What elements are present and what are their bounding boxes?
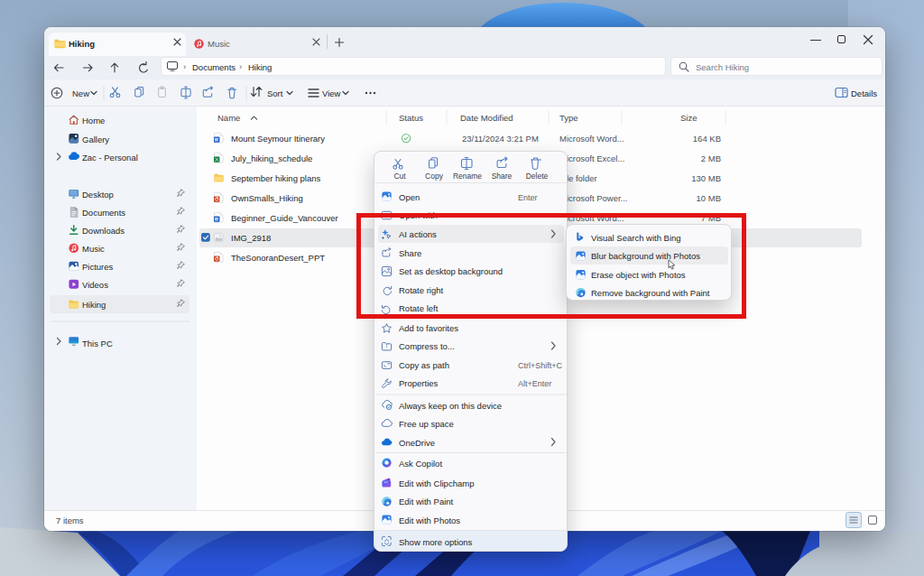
svg-text:Status: Status (399, 113, 423, 123)
svg-text:Pictures: Pictures (82, 262, 114, 272)
svg-text:This PC: This PC (82, 339, 113, 348)
svg-text:September hiking plans: September hiking plans (231, 173, 321, 183)
svg-text:View: View (322, 88, 341, 98)
svg-text:Beginner_Guide_Vancouver: Beginner_Guide_Vancouver (231, 213, 338, 223)
svg-text:Details: Details (851, 88, 877, 98)
svg-text:Edit with Photos: Edit with Photos (399, 516, 460, 525)
svg-text:Documents: Documents (82, 208, 125, 218)
svg-text:Downloads: Downloads (82, 226, 125, 236)
svg-text:Alt+Enter: Alt+Enter (518, 379, 551, 388)
svg-text:Ask Copilot: Ask Copilot (399, 459, 442, 469)
svg-text:Home: Home (82, 116, 105, 125)
svg-text:Type: Type (559, 113, 578, 123)
svg-text:Share: Share (492, 172, 513, 181)
svg-text:Edit with Clipchamp: Edit with Clipchamp (399, 478, 474, 488)
svg-text:Free up space: Free up space (399, 419, 454, 429)
svg-text:2 MB: 2 MB (701, 153, 721, 163)
svg-text:Mount Seymour Itinerary: Mount Seymour Itinerary (231, 134, 325, 144)
svg-text:Compress to...: Compress to... (399, 341, 455, 351)
svg-text:OneDrive: OneDrive (399, 438, 435, 448)
svg-text:Microsoft Power...: Microsoft Power... (559, 193, 628, 203)
svg-text:Show more options: Show more options (399, 537, 473, 547)
svg-text:Videos: Videos (82, 280, 108, 290)
svg-text:Date Modified: Date Modified (460, 113, 513, 123)
svg-text:Size: Size (680, 113, 697, 123)
svg-text:Delete: Delete (526, 172, 549, 181)
svg-text:Name: Name (217, 113, 240, 123)
svg-text:Cut: Cut (393, 172, 406, 181)
svg-text:Hiking: Hiking (82, 300, 106, 310)
svg-text:TheSonoranDesert_PPT: TheSonoranDesert_PPT (231, 253, 325, 263)
svg-text:Add to favorites: Add to favorites (399, 323, 458, 333)
svg-text:OwnSmalls_Hiking: OwnSmalls_Hiking (231, 193, 303, 203)
svg-text:164 KB: 164 KB (693, 134, 721, 144)
svg-text:Microsoft Excel...: Microsoft Excel... (559, 153, 624, 163)
svg-text:Edit with Paint: Edit with Paint (399, 497, 454, 506)
svg-text:Sort: Sort (267, 88, 283, 98)
svg-text:Properties: Properties (399, 378, 439, 388)
svg-text:Rename: Rename (453, 172, 482, 181)
svg-text:Microsoft Word...: Microsoft Word... (559, 134, 624, 144)
svg-text:Desktop: Desktop (82, 190, 114, 200)
svg-text:Gallery: Gallery (82, 135, 109, 144)
svg-text:23/11/2024 3:21 PM: 23/11/2024 3:21 PM (462, 134, 539, 144)
svg-text:New: New (72, 88, 89, 98)
svg-text:Open: Open (399, 192, 420, 202)
svg-text:IMG_2918: IMG_2918 (231, 233, 271, 243)
svg-text:130 MB: 130 MB (691, 173, 721, 183)
svg-text:Always keep on this device: Always keep on this device (399, 401, 502, 411)
svg-text:Ctrl+Shift+C: Ctrl+Shift+C (518, 361, 563, 370)
svg-text:Copy: Copy (425, 172, 444, 181)
svg-text:July_hiking_schedule: July_hiking_schedule (231, 153, 312, 163)
svg-text:10 MB: 10 MB (697, 193, 721, 203)
svg-text:Music: Music (82, 244, 105, 254)
svg-text:Zac - Personal: Zac - Personal (82, 153, 138, 163)
svg-text:Enter: Enter (518, 193, 538, 202)
svg-text:Copy as path: Copy as path (399, 360, 449, 370)
